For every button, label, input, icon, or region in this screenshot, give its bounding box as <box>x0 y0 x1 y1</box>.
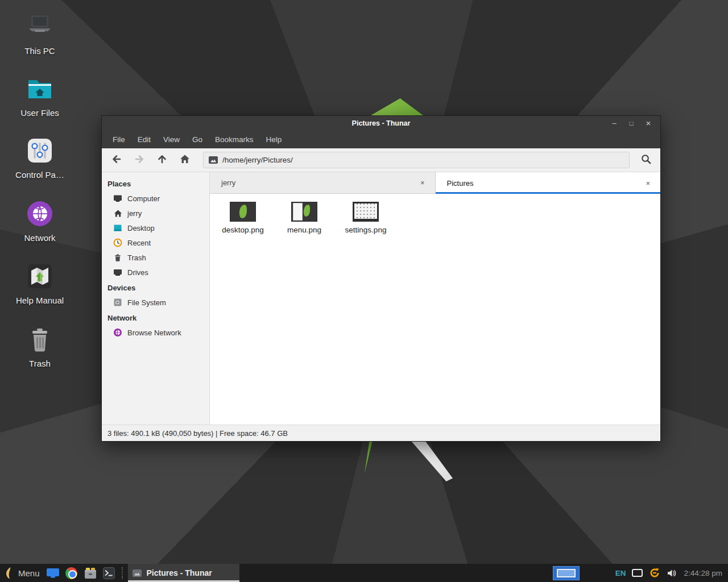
chrome-launcher[interactable] <box>64 566 79 580</box>
file-name: menu.png <box>287 226 321 234</box>
menu-bookmarks[interactable]: Bookmarks <box>209 132 260 147</box>
menu-edit[interactable]: Edit <box>131 132 157 147</box>
path-bar[interactable]: /home/jerry/Pictures/ <box>203 152 630 168</box>
thunar-task-icon <box>133 569 142 577</box>
menu-button-label[interactable]: Menu <box>18 568 40 578</box>
sidebar-item-label: Recent <box>127 239 151 247</box>
sidebar-item-label: Desktop <box>127 224 155 232</box>
path-text: /home/jerry/Pictures/ <box>222 156 293 164</box>
home-icon <box>179 153 191 167</box>
sidebar-item-desktop[interactable]: Desktop <box>102 221 209 235</box>
terminal-launcher[interactable] <box>102 566 117 580</box>
wallpaper-white-blade-fragment <box>406 442 453 481</box>
file-name: desktop.png <box>222 226 264 234</box>
task-button-thunar[interactable]: Pictures - Thunar <box>128 564 239 582</box>
tab-label: Pictures <box>447 179 644 188</box>
file-cabinet-icon <box>84 567 97 579</box>
mint-menu-button[interactable] <box>4 566 14 580</box>
file-view[interactable]: desktop.png menu.png settings.png <box>210 194 660 425</box>
forward-button[interactable] <box>129 151 150 169</box>
sidebar-item-label: File System <box>127 298 166 307</box>
tab-close-icon[interactable]: × <box>418 177 427 188</box>
keyboard-layout-indicator[interactable]: EN <box>615 569 626 577</box>
image-thumbnail <box>291 202 317 222</box>
control-panel-icon <box>0 136 80 165</box>
image-thumbnail <box>230 202 256 222</box>
update-manager-icon[interactable] <box>649 567 660 579</box>
clock[interactable]: 2:44:28 pm <box>684 569 722 577</box>
menu-view[interactable]: View <box>157 132 186 147</box>
mint-logo-thumbnail-shape <box>238 204 248 219</box>
sidebar-item-label: Drives <box>127 268 148 277</box>
sidebar: Places Computer jerry Desktop <box>102 172 210 425</box>
sidebar-item-jerry[interactable]: jerry <box>102 206 209 221</box>
sidebar-item-file-system[interactable]: File System <box>102 295 209 310</box>
tab-close-icon[interactable]: × <box>643 178 652 189</box>
toolbar: /home/jerry/Pictures/ <box>102 148 660 172</box>
sidebar-item-trash[interactable]: Trash <box>102 250 209 265</box>
clock-icon <box>113 238 122 247</box>
home-button[interactable] <box>175 151 195 169</box>
computer-icon <box>113 194 122 203</box>
workspace-switcher[interactable] <box>553 566 580 580</box>
menu-help[interactable]: Help <box>260 132 288 147</box>
home-folder-icon <box>0 74 80 103</box>
window-title: Pictures - Thunar <box>102 119 660 127</box>
maximize-button[interactable]: □ <box>623 116 640 130</box>
sidebar-item-drives[interactable]: Drives <box>102 265 209 280</box>
taskbar: Menu Pictures - Thunar EN <box>0 564 728 582</box>
menu-panel-thumbnail-shape <box>293 203 302 220</box>
chrome-icon <box>65 567 77 579</box>
tab-pictures[interactable]: Pictures × <box>436 172 661 194</box>
back-arrow-icon <box>111 153 122 167</box>
image-thumbnail <box>353 202 379 222</box>
network-globe-icon <box>113 328 122 337</box>
up-button[interactable] <box>152 151 172 169</box>
desktop-icon-control-panel[interactable]: Control Pa… <box>0 136 80 180</box>
sidebar-item-recent[interactable]: Recent <box>102 235 209 250</box>
terminal-icon <box>103 567 115 579</box>
menu-file[interactable]: File <box>106 132 131 147</box>
search-button[interactable] <box>636 151 656 169</box>
minimize-button[interactable]: – <box>606 116 623 130</box>
taskbar-separator <box>122 567 123 579</box>
wallpaper-mint-logo-top-fragment <box>371 98 423 115</box>
menu-bar: File Edit View Go Bookmarks Help <box>102 130 660 148</box>
file-name: settings.png <box>345 226 387 234</box>
image-location-icon <box>209 156 218 164</box>
tab-bar: jerry × Pictures × <box>210 172 660 194</box>
desktop-icon-help-manual[interactable]: Help Manual <box>0 262 80 305</box>
sidebar-item-label: Computer <box>127 194 160 203</box>
task-button-label: Pictures - Thunar <box>147 568 212 577</box>
sidebar-section-network: Network <box>102 310 209 325</box>
back-button[interactable] <box>106 151 127 169</box>
thunar-window: Pictures - Thunar – □ × File Edit View G… <box>101 115 661 442</box>
file-menu-png[interactable]: menu.png <box>277 202 332 234</box>
file-settings-png[interactable]: settings.png <box>338 202 393 234</box>
file-desktop-png[interactable]: desktop.png <box>216 202 270 234</box>
blue-display-icon <box>46 568 60 579</box>
menu-go[interactable]: Go <box>186 132 209 147</box>
volume-icon[interactable] <box>667 568 676 578</box>
tab-jerry[interactable]: jerry × <box>210 172 436 194</box>
sidebar-item-browse-network[interactable]: Browse Network <box>102 325 209 340</box>
active-tab-indicator <box>436 192 661 194</box>
workspace-window-preview <box>557 569 576 577</box>
show-desktop-button[interactable] <box>46 566 60 580</box>
desktop-icon-this-pc[interactable]: This PC <box>0 11 80 56</box>
close-button[interactable]: × <box>640 116 657 130</box>
desktop-icon-user-files[interactable]: User Files <box>0 74 80 118</box>
settings-window-thumbnail-shape <box>354 203 377 219</box>
desktop-icon-trash[interactable]: Trash <box>0 326 80 368</box>
tab-label: jerry <box>221 178 418 187</box>
sidebar-item-label: jerry <box>127 209 142 218</box>
sidebar-item-computer[interactable]: Computer <box>102 191 209 206</box>
window-titlebar[interactable]: Pictures - Thunar – □ × <box>102 116 660 130</box>
display-settings-icon[interactable] <box>632 569 643 577</box>
forward-arrow-icon <box>134 153 145 167</box>
desktop-icon-network[interactable]: Network <box>0 199 80 243</box>
trash-can-icon <box>0 326 80 354</box>
up-arrow-icon <box>156 153 168 167</box>
desktop-icon-label: Help Manual <box>0 296 80 305</box>
file-manager-launcher[interactable] <box>83 566 98 580</box>
